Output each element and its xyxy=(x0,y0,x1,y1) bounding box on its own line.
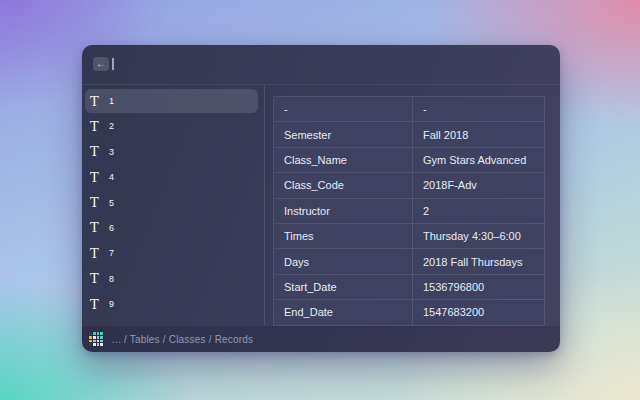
back-button[interactable]: ← xyxy=(93,57,109,71)
app-icon-cell xyxy=(93,340,96,343)
app-icon-cell xyxy=(97,343,100,346)
text-field-icon: T xyxy=(90,145,104,158)
app-icon-cell xyxy=(100,336,103,339)
table-header-cell: - xyxy=(413,97,544,121)
sidebar-record-item[interactable]: T 8 xyxy=(85,267,258,291)
field-value-cell[interactable]: 2 xyxy=(413,199,544,223)
text-field-icon: T xyxy=(90,272,104,285)
field-name-cell: Semester xyxy=(274,122,412,146)
field-name-cell: Start_Date xyxy=(274,275,412,299)
app-icon-cell xyxy=(100,343,103,346)
text-field-icon: T xyxy=(90,196,104,209)
text-field-icon: T xyxy=(90,95,104,108)
field-name-cell: End_Date xyxy=(274,300,412,324)
field-value-cell[interactable]: 2018 Fall Thursdays xyxy=(413,249,544,273)
app-icon-cell xyxy=(97,336,100,339)
record-label: 4 xyxy=(109,172,114,182)
app-icon-cell xyxy=(89,336,92,339)
record-label: 5 xyxy=(109,198,114,208)
app-icon-cell xyxy=(93,343,96,346)
app-icon-cell xyxy=(93,332,96,335)
text-field-icon: T xyxy=(90,247,104,260)
title-bar: ← xyxy=(82,45,560,85)
record-label: 9 xyxy=(109,299,114,309)
app-icon-cell xyxy=(89,340,92,343)
table-header-cell: - xyxy=(274,97,412,121)
record-label: 7 xyxy=(109,248,114,258)
record-label: 8 xyxy=(109,274,114,284)
record-label: 2 xyxy=(109,121,114,131)
sidebar-record-item[interactable]: T 1 xyxy=(85,89,258,113)
sidebar-record-item[interactable]: T 4 xyxy=(85,165,258,189)
text-cursor xyxy=(112,58,114,70)
app-icon-cell xyxy=(100,340,103,343)
field-value-cell[interactable]: Fall 2018 xyxy=(413,122,544,146)
field-value-cell[interactable]: Gym Stars Advanced xyxy=(413,148,544,172)
field-value-cell[interactable]: 2018F-Adv xyxy=(413,173,544,197)
field-name-cell: Days xyxy=(274,249,412,273)
breadcrumb[interactable]: ... / Tables / Classes / Records xyxy=(112,334,253,345)
record-table: - - SemesterFall 2018Class_NameGym Stars… xyxy=(273,96,545,326)
sidebar-record-item[interactable]: T 9 xyxy=(85,292,258,316)
record-label: 3 xyxy=(109,147,114,157)
app-icon-cell xyxy=(93,336,96,339)
sidebar-record-item[interactable]: T 6 xyxy=(85,216,258,240)
field-value-cell[interactable]: 1547683200 xyxy=(413,300,544,324)
sidebar-record-item[interactable]: T 2 xyxy=(85,114,258,138)
field-name-cell: Class_Name xyxy=(274,148,412,172)
field-name-cell: Times xyxy=(274,224,412,248)
text-field-icon: T xyxy=(90,120,104,133)
sidebar-record-item[interactable]: T 3 xyxy=(85,140,258,164)
record-sidebar: T 1 T 2 T 3 T 4 T xyxy=(82,85,265,325)
app-grid-icon[interactable] xyxy=(88,331,104,347)
record-label: 6 xyxy=(109,223,114,233)
field-name-cell: Instructor xyxy=(274,199,412,223)
sidebar-record-item[interactable]: T 7 xyxy=(85,241,258,265)
record-detail-pane: - - SemesterFall 2018Class_NameGym Stars… xyxy=(265,85,560,325)
field-name-cell: Class_Code xyxy=(274,173,412,197)
text-field-icon: T xyxy=(90,298,104,311)
app-icon-cell xyxy=(89,343,92,346)
record-label: 1 xyxy=(109,96,114,106)
status-footer: ... / Tables / Classes / Records xyxy=(82,325,560,352)
text-field-icon: T xyxy=(90,221,104,234)
app-icon-cell xyxy=(97,332,100,335)
app-window: ← T 1 T 2 T 3 T xyxy=(82,45,560,352)
arrow-left-icon: ← xyxy=(96,58,106,69)
sidebar-record-item[interactable]: T 5 xyxy=(85,191,258,215)
app-icon-cell xyxy=(97,340,100,343)
text-field-icon: T xyxy=(90,171,104,184)
field-value-cell[interactable]: 1536796800 xyxy=(413,275,544,299)
app-icon-cell xyxy=(89,332,92,335)
app-icon-cell xyxy=(100,332,103,335)
window-body: T 1 T 2 T 3 T 4 T xyxy=(82,85,560,325)
field-value-cell[interactable]: Thursday 4:30–6:00 xyxy=(413,224,544,248)
